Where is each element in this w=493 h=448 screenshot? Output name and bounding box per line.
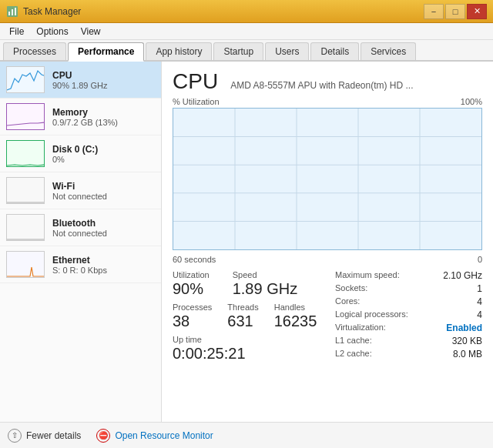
proc-thread-handles-row: Processes 38 Threads 631 Handles 16235: [173, 303, 320, 330]
menu-bar: File Options View: [0, 23, 493, 40]
fewer-details-label: Fewer details: [26, 430, 81, 441]
main-content: CPU 90% 1.89 GHz Memory 0.9/7.2 GB (13%): [0, 62, 493, 422]
cores-label: Cores:: [335, 296, 360, 307]
detail-header: CPU AMD A8-5557M APU with Radeon(tm) HD …: [173, 69, 482, 94]
cpu-info: CPU 90% 1.89 GHz: [52, 70, 155, 90]
bt-name: Bluetooth: [52, 218, 155, 229]
sidebar-item-bluetooth[interactable]: Bluetooth Not connected: [0, 209, 161, 246]
svg-rect-1: [8, 12, 10, 15]
virt-row: Virtualization: Enabled: [335, 323, 482, 333]
title-bar-left: Task Manager: [6, 5, 81, 18]
menu-options[interactable]: Options: [30, 25, 74, 38]
wifi-info: Wi-Fi Not connected: [52, 181, 155, 201]
app-icon: [6, 5, 18, 18]
speed-value: 1.89 GHz: [233, 279, 297, 298]
sidebar-item-memory[interactable]: Memory 0.9/7.2 GB (13%): [0, 99, 161, 135]
virt-label: Virtualization:: [335, 323, 386, 333]
l1-row: L1 cache: 320 KB: [335, 336, 482, 346]
chart-time-left: 60 seconds: [173, 255, 216, 264]
bt-value: Not connected: [52, 229, 155, 238]
sidebar-item-disk[interactable]: Disk 0 (C:) 0%: [0, 135, 161, 172]
threads-stat: Threads 631: [227, 303, 258, 330]
detail-title: CPU: [173, 69, 218, 94]
chart-label-left: % Utilization: [173, 97, 220, 106]
title-bar: Task Manager − □ ✕: [0, 0, 493, 23]
chevron-up-icon: ⇧: [8, 429, 22, 443]
specs-right: Maximum speed: 2.10 GHz Sockets: 1 Cores…: [335, 270, 482, 363]
processes-label: Processes: [173, 303, 212, 312]
threads-value: 631: [227, 312, 258, 330]
l1-label: L1 cache:: [335, 336, 372, 346]
window-title: Task Manager: [23, 6, 81, 17]
disk-value: 0%: [52, 155, 155, 164]
stats-area: Utilization 90% Speed 1.89 GHz Processes…: [173, 270, 482, 363]
tab-startup[interactable]: Startup: [213, 42, 263, 60]
bt-thumbnail: [6, 214, 45, 241]
uptime-label: Up time: [173, 335, 320, 344]
threads-label: Threads: [227, 303, 258, 312]
sidebar-item-ethernet[interactable]: Ethernet S: 0 R: 0 Kbps: [0, 246, 161, 283]
tabs-bar: Processes Performance App history Startu…: [0, 40, 493, 62]
disk-thumbnail: [6, 140, 45, 167]
utilization-label: Utilization: [173, 270, 210, 279]
memory-value: 0.9/7.2 GB (13%): [52, 118, 155, 127]
processes-value: 38: [173, 312, 212, 330]
tab-processes[interactable]: Processes: [3, 42, 66, 60]
fewer-details-button[interactable]: ⇧ Fewer details: [8, 429, 81, 443]
memory-thumbnail: [6, 103, 45, 130]
tab-users[interactable]: Users: [265, 42, 309, 60]
l2-row: L2 cache: 8.0 MB: [335, 349, 482, 359]
sidebar-item-cpu[interactable]: CPU 90% 1.89 GHz: [0, 62, 161, 99]
sidebar-item-wifi[interactable]: Wi-Fi Not connected: [0, 172, 161, 209]
uptime-stat: Up time 0:00:25:21: [173, 335, 320, 363]
close-button[interactable]: ✕: [467, 4, 487, 19]
svg-rect-2: [12, 9, 13, 15]
uptime-value: 0:00:25:21: [173, 344, 320, 363]
sockets-row: Sockets: 1: [335, 283, 482, 294]
processes-stat: Processes 38: [173, 303, 212, 330]
svg-rect-3: [15, 8, 16, 15]
speed-stat: Speed 1.89 GHz: [233, 270, 297, 298]
stats-left: Utilization 90% Speed 1.89 GHz Processes…: [173, 270, 320, 363]
utilization-value: 90%: [173, 279, 210, 298]
open-resource-monitor-button[interactable]: ⛔ Open Resource Monitor: [96, 429, 213, 443]
uptime-row: Up time 0:00:25:21: [173, 335, 320, 363]
sockets-label: Sockets:: [335, 283, 367, 294]
monitor-icon: ⛔: [96, 429, 110, 443]
tab-details[interactable]: Details: [310, 42, 359, 60]
wifi-name: Wi-Fi: [52, 181, 155, 192]
util-speed-row: Utilization 90% Speed 1.89 GHz: [173, 270, 320, 298]
l2-value: 8.0 MB: [453, 349, 482, 359]
minimize-button[interactable]: −: [424, 4, 444, 19]
detail-panel: CPU AMD A8-5557M APU with Radeon(tm) HD …: [162, 62, 493, 422]
handles-label: Handles: [274, 303, 317, 312]
sidebar: CPU 90% 1.89 GHz Memory 0.9/7.2 GB (13%): [0, 62, 162, 422]
handles-value: 16235: [274, 312, 317, 330]
max-speed-row: Maximum speed: 2.10 GHz: [335, 270, 482, 281]
cpu-name: CPU: [52, 70, 155, 81]
chart-time-row: 60 seconds 0: [173, 255, 482, 264]
detail-subtitle: AMD A8-5557M APU with Radeon(tm) HD ...: [230, 80, 413, 91]
cpu-thumbnail: [6, 66, 45, 93]
sockets-value: 1: [477, 283, 482, 294]
title-bar-controls: − □ ✕: [424, 4, 487, 19]
cores-value: 4: [477, 296, 482, 307]
tab-app-history[interactable]: App history: [146, 42, 212, 60]
menu-file[interactable]: File: [3, 25, 30, 38]
tab-performance[interactable]: Performance: [68, 42, 144, 62]
virt-value: Enabled: [446, 323, 482, 333]
menu-view[interactable]: View: [75, 25, 107, 38]
handles-stat: Handles 16235: [274, 303, 317, 330]
ethernet-value: S: 0 R: 0 Kbps: [52, 266, 155, 275]
chart-time-right: 0: [478, 255, 482, 264]
max-speed-label: Maximum speed:: [335, 270, 400, 281]
ethernet-name: Ethernet: [52, 255, 155, 266]
max-speed-value: 2.10 GHz: [443, 270, 482, 281]
bt-info: Bluetooth Not connected: [52, 218, 155, 238]
tab-services[interactable]: Services: [361, 42, 416, 60]
wifi-value: Not connected: [52, 192, 155, 201]
open-resource-monitor-label: Open Resource Monitor: [115, 430, 213, 441]
memory-info: Memory 0.9/7.2 GB (13%): [52, 107, 155, 127]
logical-label: Logical processors:: [335, 309, 408, 320]
maximize-button[interactable]: □: [445, 4, 465, 19]
